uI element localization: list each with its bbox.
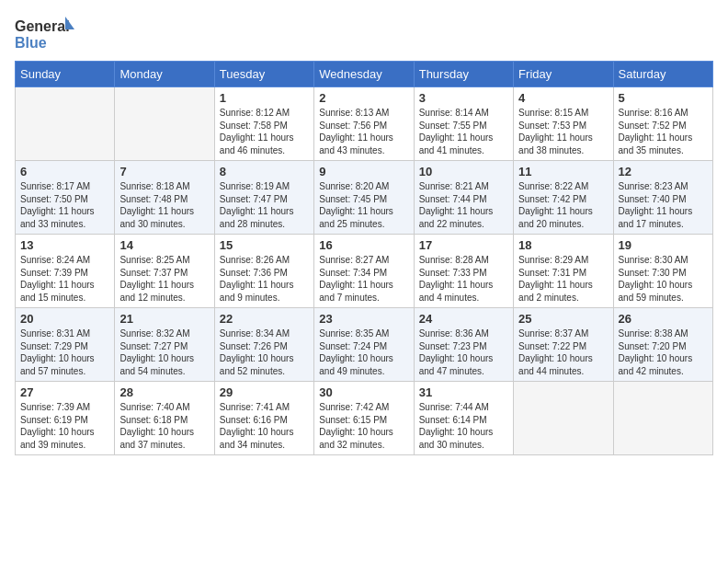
calendar-day-cell: 11Sunrise: 8:22 AMSunset: 7:42 PMDayligh… [514,161,613,235]
day-number: 16 [319,238,408,252]
calendar-day-cell: 3Sunrise: 8:14 AMSunset: 7:55 PMDaylight… [414,87,513,161]
day-info: Sunrise: 8:13 AMSunset: 7:56 PMDaylight:… [319,107,408,156]
day-info: Sunrise: 8:38 AMSunset: 7:20 PMDaylight:… [619,327,708,377]
calendar-day-cell: 17Sunrise: 8:28 AMSunset: 7:33 PMDayligh… [414,235,513,308]
day-number: 18 [518,238,608,252]
day-info: Sunrise: 7:42 AMSunset: 6:15 PMDaylight:… [319,401,408,451]
day-info: Sunrise: 8:22 AMSunset: 7:42 PMDaylight:… [518,180,608,230]
calendar-day-cell: 30Sunrise: 7:42 AMSunset: 6:15 PMDayligh… [314,382,414,455]
day-number: 28 [119,385,209,399]
day-info: Sunrise: 8:23 AMSunset: 7:40 PMDaylight:… [619,180,708,230]
day-number: 7 [119,165,209,178]
day-info: Sunrise: 7:40 AMSunset: 6:18 PMDaylight:… [119,401,209,451]
day-number: 9 [319,165,408,178]
calendar-day-cell: 22Sunrise: 8:34 AMSunset: 7:26 PMDayligh… [214,308,313,382]
day-info: Sunrise: 7:39 AMSunset: 6:19 PMDaylight:… [20,401,109,451]
day-number: 22 [220,312,309,326]
day-info: Sunrise: 8:28 AMSunset: 7:33 PMDaylight:… [419,254,508,304]
day-info: Sunrise: 8:30 AMSunset: 7:30 PMDaylight:… [619,254,708,304]
calendar-table: SundayMondayTuesdayWednesdayThursdayFrid… [15,61,713,455]
calendar-week-row: 27Sunrise: 7:39 AMSunset: 6:19 PMDayligh… [16,382,713,455]
logo: GeneralBlue [15,15,79,52]
day-number: 3 [419,91,508,105]
weekday-header-saturday: Saturday [613,62,712,87]
day-number: 2 [319,91,408,105]
calendar-day-cell: 6Sunrise: 8:17 AMSunset: 7:50 PMDaylight… [16,161,115,235]
day-info: Sunrise: 8:27 AMSunset: 7:34 PMDaylight:… [319,254,408,304]
calendar-day-cell [514,382,613,455]
day-number: 11 [518,165,608,178]
day-number: 1 [220,91,309,105]
svg-text:Blue: Blue [15,35,47,51]
calendar-day-cell: 9Sunrise: 8:20 AMSunset: 7:45 PMDaylight… [314,161,414,235]
calendar-week-row: 6Sunrise: 8:17 AMSunset: 7:50 PMDaylight… [16,161,713,235]
calendar-day-cell: 4Sunrise: 8:15 AMSunset: 7:53 PMDaylight… [514,87,613,161]
calendar-day-cell: 29Sunrise: 7:41 AMSunset: 6:16 PMDayligh… [214,382,313,455]
calendar-day-cell [16,87,115,161]
day-info: Sunrise: 7:44 AMSunset: 6:14 PMDaylight:… [419,401,508,451]
weekday-header-wednesday: Wednesday [314,62,414,87]
day-info: Sunrise: 8:12 AMSunset: 7:58 PMDaylight:… [220,107,309,156]
calendar-day-cell: 26Sunrise: 8:38 AMSunset: 7:20 PMDayligh… [613,308,712,382]
calendar-day-cell: 20Sunrise: 8:31 AMSunset: 7:29 PMDayligh… [16,308,115,382]
day-number: 8 [220,165,309,178]
weekday-header-monday: Monday [115,62,214,87]
day-info: Sunrise: 8:17 AMSunset: 7:50 PMDaylight:… [20,180,109,230]
calendar-day-cell: 10Sunrise: 8:21 AMSunset: 7:44 PMDayligh… [414,161,513,235]
calendar-week-row: 20Sunrise: 8:31 AMSunset: 7:29 PMDayligh… [16,308,713,382]
weekday-header-sunday: Sunday [16,62,115,87]
day-info: Sunrise: 8:18 AMSunset: 7:48 PMDaylight:… [119,180,209,230]
day-number: 25 [518,312,608,326]
generalblue-logo-icon: GeneralBlue [15,15,79,52]
day-number: 20 [20,312,109,326]
day-number: 5 [619,91,708,105]
calendar-day-cell: 13Sunrise: 8:24 AMSunset: 7:39 PMDayligh… [16,235,115,308]
calendar-day-cell: 24Sunrise: 8:36 AMSunset: 7:23 PMDayligh… [414,308,513,382]
day-info: Sunrise: 8:20 AMSunset: 7:45 PMDaylight:… [319,180,408,230]
day-info: Sunrise: 8:34 AMSunset: 7:26 PMDaylight:… [220,327,309,377]
day-info: Sunrise: 7:41 AMSunset: 6:16 PMDaylight:… [220,401,309,451]
day-info: Sunrise: 8:29 AMSunset: 7:31 PMDaylight:… [518,254,608,304]
day-number: 30 [319,385,408,399]
day-number: 14 [119,238,209,252]
calendar-day-cell: 12Sunrise: 8:23 AMSunset: 7:40 PMDayligh… [613,161,712,235]
calendar-day-cell: 19Sunrise: 8:30 AMSunset: 7:30 PMDayligh… [613,235,712,308]
day-number: 26 [619,312,708,326]
calendar-day-cell [115,87,214,161]
calendar-day-cell: 7Sunrise: 8:18 AMSunset: 7:48 PMDaylight… [115,161,214,235]
day-number: 24 [419,312,508,326]
day-number: 27 [20,385,109,399]
day-number: 21 [119,312,209,326]
svg-marker-2 [65,17,74,29]
day-info: Sunrise: 8:16 AMSunset: 7:52 PMDaylight:… [619,107,708,156]
calendar-day-cell: 8Sunrise: 8:19 AMSunset: 7:47 PMDaylight… [214,161,313,235]
day-info: Sunrise: 8:31 AMSunset: 7:29 PMDaylight:… [20,327,109,377]
day-number: 17 [419,238,508,252]
day-info: Sunrise: 8:14 AMSunset: 7:55 PMDaylight:… [419,107,508,156]
calendar-day-cell: 28Sunrise: 7:40 AMSunset: 6:18 PMDayligh… [115,382,214,455]
calendar-day-cell: 21Sunrise: 8:32 AMSunset: 7:27 PMDayligh… [115,308,214,382]
day-info: Sunrise: 8:37 AMSunset: 7:22 PMDaylight:… [518,327,608,377]
day-number: 4 [518,91,608,105]
calendar-day-cell: 14Sunrise: 8:25 AMSunset: 7:37 PMDayligh… [115,235,214,308]
calendar-day-cell: 16Sunrise: 8:27 AMSunset: 7:34 PMDayligh… [314,235,414,308]
calendar-day-cell: 1Sunrise: 8:12 AMSunset: 7:58 PMDaylight… [214,87,313,161]
calendar-day-cell [613,382,712,455]
calendar-day-cell: 23Sunrise: 8:35 AMSunset: 7:24 PMDayligh… [314,308,414,382]
day-number: 29 [220,385,309,399]
day-info: Sunrise: 8:35 AMSunset: 7:24 PMDaylight:… [319,327,408,377]
weekday-header-row: SundayMondayTuesdayWednesdayThursdayFrid… [16,62,713,87]
day-number: 31 [419,385,508,399]
svg-text:General: General [15,18,70,34]
day-number: 10 [419,165,508,178]
day-info: Sunrise: 8:32 AMSunset: 7:27 PMDaylight:… [119,327,209,377]
day-number: 6 [20,165,109,178]
day-number: 23 [319,312,408,326]
day-number: 15 [220,238,309,252]
calendar-day-cell: 18Sunrise: 8:29 AMSunset: 7:31 PMDayligh… [514,235,613,308]
calendar-day-cell: 25Sunrise: 8:37 AMSunset: 7:22 PMDayligh… [514,308,613,382]
page-header: GeneralBlue [15,15,713,52]
weekday-header-tuesday: Tuesday [214,62,313,87]
day-info: Sunrise: 8:36 AMSunset: 7:23 PMDaylight:… [419,327,508,377]
day-number: 12 [619,165,708,178]
